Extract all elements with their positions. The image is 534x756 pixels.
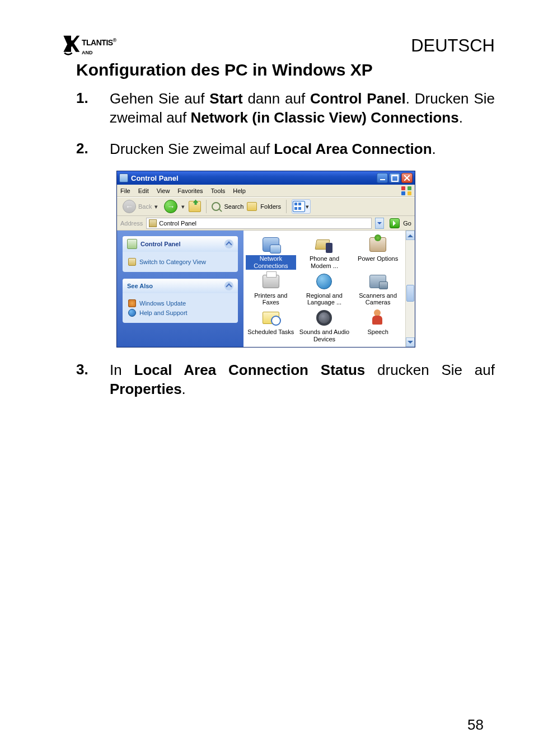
- collapse-icon[interactable]: [224, 240, 233, 248]
- item-regional-language[interactable]: Regional and Language ...: [299, 272, 350, 306]
- menu-edit[interactable]: Edit: [138, 187, 149, 194]
- scroll-down-button[interactable]: [406, 337, 415, 347]
- search-button[interactable]: Search: [224, 203, 243, 210]
- brand-text: TLANTIS® AND: [82, 37, 116, 56]
- vertical-scrollbar[interactable]: [405, 231, 415, 347]
- panel-see-also: See Also Windows Update Help and Support: [123, 279, 238, 323]
- search-icon: [212, 202, 221, 211]
- menubar: File Edit View Favorites Tools Help: [117, 185, 415, 197]
- collapse-icon[interactable]: [224, 281, 233, 290]
- address-value: Control Panel: [159, 220, 196, 227]
- control-panel-icon: [127, 239, 137, 249]
- forward-button[interactable]: →: [164, 200, 177, 213]
- phone-icon: [316, 236, 332, 253]
- control-panel-window: Control Panel File Edit View Favorites T…: [116, 171, 415, 348]
- views-button[interactable]: ▾: [292, 199, 311, 214]
- folders-icon: [247, 202, 257, 211]
- menu-file[interactable]: File: [120, 187, 130, 194]
- icon-grid: Network Connections Phone and Modem ... …: [243, 231, 405, 347]
- panel-header[interactable]: See Also: [123, 279, 238, 293]
- back-button: ← Back ▾: [120, 199, 161, 214]
- window-icon: [119, 173, 128, 182]
- windows-flag-icon: [401, 186, 411, 195]
- item-speech[interactable]: Speech: [353, 308, 403, 342]
- chevron-down-icon: ▾: [305, 200, 310, 213]
- steps-list-continued: 3. In Local Area Connection Status druck…: [76, 361, 495, 399]
- item-power-options[interactable]: Power Options: [353, 235, 403, 269]
- minimize-button[interactable]: [377, 173, 388, 183]
- toolbar: ← Back ▾ → ▾ Search Folders ▾: [117, 197, 415, 216]
- address-dropdown[interactable]: [375, 218, 384, 229]
- chevron-down-icon[interactable]: ▾: [181, 200, 185, 213]
- separator: [286, 200, 287, 213]
- step-body: Gehen Sie auf Start dann auf Control Pan…: [110, 90, 495, 128]
- menu-favorites[interactable]: Favorites: [177, 187, 203, 194]
- views-icon: [293, 201, 305, 212]
- titlebar[interactable]: Control Panel: [117, 171, 415, 185]
- page-number: 58: [467, 716, 484, 734]
- address-bar: Address Control Panel Go: [117, 216, 415, 231]
- item-phone-modem[interactable]: Phone and Modem ...: [299, 235, 350, 269]
- network-icon: [263, 237, 279, 252]
- up-folder-button[interactable]: [189, 201, 201, 212]
- window-body: Control Panel Switch to Category View Se…: [117, 231, 415, 347]
- menu-help[interactable]: Help: [233, 187, 246, 194]
- scroll-track[interactable]: [406, 240, 415, 337]
- step-number: 2.: [76, 140, 110, 157]
- brand-logo: TLANTIS® AND: [62, 34, 116, 56]
- brand-logo-icon: [62, 34, 81, 56]
- step-body: In Local Area Connection Status drucken …: [110, 361, 495, 399]
- address-label: Address: [120, 220, 143, 227]
- chevron-down-icon: ▾: [154, 200, 158, 213]
- item-scanners-cameras[interactable]: Scanners and Cameras: [353, 272, 403, 306]
- step-number: 3.: [76, 361, 110, 378]
- separator: [206, 200, 207, 213]
- scanner-icon: [369, 275, 386, 288]
- help-icon: [128, 309, 136, 317]
- side-panel: Control Panel Switch to Category View Se…: [117, 231, 243, 347]
- page-header: TLANTIS® AND DEUTSCH: [62, 34, 495, 56]
- close-button[interactable]: [401, 173, 413, 183]
- printer-icon: [263, 275, 279, 288]
- address-field[interactable]: Control Panel: [146, 218, 372, 229]
- help-support-link[interactable]: Help and Support: [128, 309, 232, 317]
- item-network-connections[interactable]: Network Connections: [246, 235, 296, 269]
- go-button[interactable]: Go: [403, 220, 411, 227]
- scroll-thumb[interactable]: [406, 285, 414, 302]
- item-printers-faxes[interactable]: Printers and Faxes: [246, 272, 296, 306]
- menu-tools[interactable]: Tools: [211, 187, 226, 194]
- maximize-button[interactable]: [389, 173, 400, 183]
- step-number: 1.: [76, 90, 110, 107]
- item-scheduled-tasks[interactable]: Scheduled Tasks: [246, 308, 296, 342]
- go-button-icon[interactable]: [390, 218, 400, 228]
- update-icon: [128, 299, 136, 307]
- folders-button[interactable]: Folders: [260, 203, 281, 210]
- menu-view[interactable]: View: [157, 187, 170, 194]
- switch-icon: [128, 258, 136, 266]
- language-label: DEUTSCH: [411, 36, 495, 56]
- globe-icon: [316, 274, 332, 289]
- steps-list: 1. Gehen Sie auf Start dann auf Control …: [76, 90, 495, 158]
- address-icon: [149, 219, 157, 227]
- scroll-up-button[interactable]: [406, 231, 415, 240]
- panel-header[interactable]: Control Panel: [123, 236, 238, 252]
- switch-view-link[interactable]: Switch to Category View: [128, 258, 232, 266]
- power-icon: [369, 237, 386, 252]
- back-icon: ←: [123, 200, 136, 213]
- sound-icon: [316, 310, 332, 326]
- window-title: Control Panel: [131, 174, 377, 182]
- speech-icon: [370, 309, 386, 326]
- step-body: Drucken Sie zweimal auf Local Area Conne…: [110, 140, 495, 159]
- scheduled-icon: [263, 312, 279, 324]
- windows-update-link[interactable]: Windows Update: [128, 299, 232, 307]
- section-title: Konfiguration des PC in Windows XP: [76, 60, 495, 79]
- item-sounds-audio[interactable]: Sounds and Audio Devices: [299, 308, 350, 342]
- panel-control-panel: Control Panel Switch to Category View: [123, 236, 238, 272]
